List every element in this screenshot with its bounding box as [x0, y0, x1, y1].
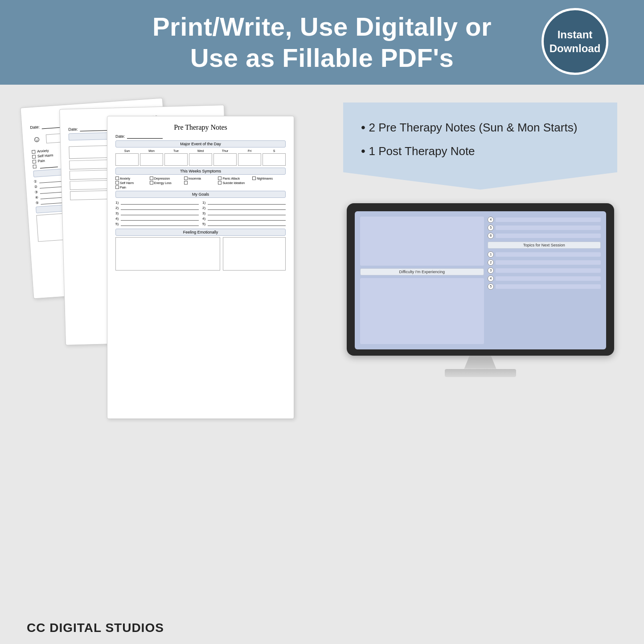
- symptoms-title: This Weeks Symptoms: [115, 168, 286, 175]
- num-4b: 4: [488, 275, 494, 282]
- goals-title: My Goals: [115, 191, 286, 198]
- paper-front: Pre Therapy Notes Date: Major Event of t…: [107, 116, 294, 419]
- date-label-back: Date:: [30, 125, 40, 130]
- badge-line2: Download: [550, 41, 601, 55]
- monitor-stand: [463, 356, 498, 369]
- papers-area: Post Therapy Notes Date: ☺ Anxiety: [27, 103, 330, 591]
- difficulty-label: Difficulty I'm Experiencing: [360, 268, 484, 275]
- header-title: Print/Write, Use Digitally orUse as Fill…: [152, 11, 492, 73]
- screen-right: 4 5 6: [488, 217, 600, 344]
- footer: CC DIGITAL STUDIOS: [27, 621, 164, 635]
- screen-main-box: [360, 217, 484, 266]
- screen-top-lines: 4 5 6: [488, 217, 600, 239]
- monitor-screen: Difficulty I'm Experiencing 4: [355, 211, 606, 349]
- date-label-front: Date:: [115, 134, 125, 139]
- major-event-front: Major Event of the Day: [115, 140, 286, 148]
- date-label-mid: Date:: [68, 127, 78, 132]
- bullet-1: 2 Pre Therapy Notes (Sun & Mon Starts): [361, 116, 599, 139]
- num-5: 5: [488, 225, 494, 231]
- screen-left: Difficulty I'm Experiencing: [360, 217, 484, 344]
- monitor-outer: Difficulty I'm Experiencing 4: [347, 203, 614, 356]
- feeling-title: Feeling Emotionally: [115, 229, 286, 236]
- header-banner: Print/Write, Use Digitally orUse as Fill…: [0, 0, 644, 85]
- screen-difficulty-box: [360, 278, 484, 344]
- monitor-wrapper: Difficulty I'm Experiencing 4: [343, 203, 617, 377]
- num-6: 6: [488, 233, 494, 239]
- instant-download-badge: Instant Download: [541, 8, 608, 75]
- screen-bottom-lines: 1 2 3 4: [488, 251, 600, 290]
- right-panel: 2 Pre Therapy Notes (Sun & Mon Starts) 1…: [330, 103, 617, 591]
- num-5b: 5: [488, 283, 494, 290]
- main-content: Post Therapy Notes Date: ☺ Anxiety: [0, 85, 644, 608]
- self-harm-label: Self Harm: [120, 181, 134, 185]
- badge-line1: Instant: [558, 28, 593, 41]
- num-2: 2: [488, 259, 494, 266]
- topics-label: Topics for Next Session: [488, 242, 600, 249]
- bullet-2: 1 Post Therapy Note: [361, 139, 599, 163]
- brand-name: CC DIGITAL STUDIOS: [27, 621, 164, 635]
- num-1: 1: [488, 251, 494, 258]
- smiley-icon: ☺: [33, 135, 41, 144]
- monitor-base: [445, 369, 516, 377]
- num-3: 3: [488, 267, 494, 274]
- info-badge: 2 Pre Therapy Notes (Sun & Mon Starts) 1…: [343, 103, 617, 190]
- front-therapy-title: Pre Therapy Notes: [111, 123, 290, 131]
- num-4: 4: [488, 217, 494, 223]
